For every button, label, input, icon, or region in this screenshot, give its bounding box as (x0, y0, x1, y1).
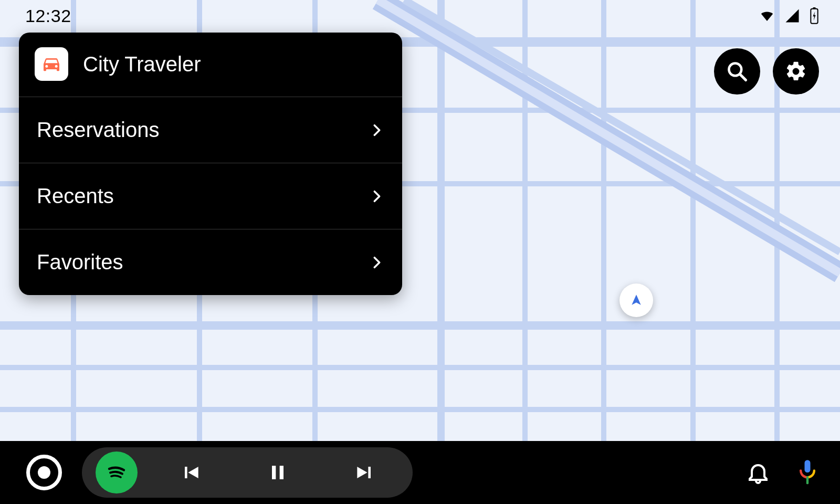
current-location-marker (620, 284, 653, 317)
clock: 12:32 (25, 6, 71, 26)
settings-button[interactable] (773, 48, 819, 94)
app-icon-badge (35, 47, 68, 81)
skip-next-icon (353, 461, 376, 484)
car-icon (41, 54, 62, 75)
cell-signal-icon (784, 8, 800, 24)
search-button[interactable] (714, 48, 760, 94)
menu-item-label: Recents (37, 184, 114, 208)
home-button[interactable] (21, 449, 67, 496)
navigation-arrow-icon (629, 293, 643, 307)
bell-icon (746, 460, 771, 485)
spotify-icon (104, 460, 129, 485)
skip-next-button[interactable] (331, 452, 399, 494)
gear-icon (784, 60, 807, 83)
svg-line-17 (740, 75, 746, 80)
menu-item-favorites[interactable]: Favorites (19, 229, 402, 295)
menu-item-reservations[interactable]: Reservations (19, 97, 402, 163)
panel-header: City Traveler (19, 33, 402, 97)
bottom-navbar (0, 441, 840, 504)
panel-title: City Traveler (83, 52, 201, 76)
pause-icon (266, 461, 289, 484)
notifications-button[interactable] (746, 460, 771, 485)
svg-rect-15 (813, 7, 815, 9)
battery-charging-icon (810, 7, 819, 24)
svg-rect-18 (272, 466, 276, 479)
menu-item-label: Favorites (37, 250, 123, 274)
menu-item-label: Reservations (37, 118, 159, 142)
side-panel: City Traveler Reservations Recents Favor… (19, 33, 402, 295)
status-bar: 12:32 (0, 0, 840, 32)
search-icon (726, 60, 749, 83)
spotify-app-button[interactable] (96, 452, 138, 494)
top-fab-row (714, 48, 819, 94)
chevron-right-icon (370, 255, 384, 270)
chevron-right-icon (370, 123, 384, 138)
menu-item-recents[interactable]: Recents (19, 163, 402, 229)
chevron-right-icon (370, 189, 384, 204)
svg-rect-19 (280, 466, 284, 479)
play-pause-button[interactable] (244, 452, 312, 494)
skip-previous-icon (179, 461, 202, 484)
mic-icon (796, 459, 819, 486)
skip-previous-button[interactable] (156, 452, 225, 494)
home-icon (26, 455, 62, 490)
media-pill (82, 447, 413, 498)
wifi-icon (759, 8, 775, 24)
svg-rect-20 (805, 460, 811, 472)
assistant-button[interactable] (796, 459, 819, 486)
